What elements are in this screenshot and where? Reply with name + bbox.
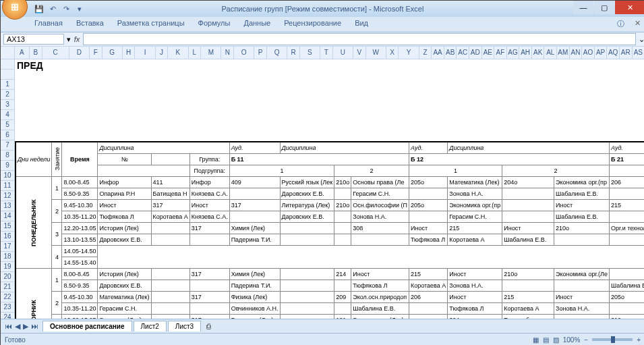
maximize-button[interactable]: ▢: [594, 1, 614, 14]
spreadsheet-grid[interactable]: ПРЕДУТВЕРЖДАЮДиректор Вятский Государств…: [15, 59, 644, 319]
tab-first-icon[interactable]: ⏮: [5, 322, 12, 331]
fx-icon[interactable]: fx: [71, 35, 83, 43]
title-bar: ⊞ 💾 ↶ ↷ ▾ Расписание групп [Режим совмес…: [1, 1, 644, 17]
formula-input[interactable]: [83, 33, 636, 45]
zoom-in-icon[interactable]: +: [637, 336, 641, 344]
zoom-out-icon[interactable]: −: [584, 336, 588, 344]
zoom-slider[interactable]: [592, 338, 633, 341]
formula-bar: ▾ fx ⌄: [1, 32, 644, 47]
tab-home[interactable]: Главная: [28, 17, 69, 32]
window-title: Расписание групп [Режим совместимости] -…: [1, 5, 644, 13]
view-layout-icon[interactable]: ▤: [543, 336, 549, 344]
tab-next-icon[interactable]: ▶: [23, 322, 28, 331]
view-normal-icon[interactable]: ▦: [533, 336, 539, 344]
tab-formulas[interactable]: Формулы: [192, 17, 237, 32]
close-button[interactable]: ✕: [615, 1, 644, 14]
new-sheet-icon[interactable]: ⎙: [202, 322, 215, 330]
minimize-button[interactable]: —: [573, 1, 593, 14]
mdi-close-icon[interactable]: ✕: [635, 19, 641, 28]
ribbon-tabs: Главная Вставка Разметка страницы Формул…: [1, 17, 644, 32]
name-box[interactable]: [3, 34, 64, 45]
tab-last-icon[interactable]: ⏭: [31, 322, 38, 331]
status-text: Готово: [5, 336, 26, 344]
zoom-level[interactable]: 100%: [563, 336, 581, 344]
sheet-tab-main[interactable]: Основное расписание: [42, 321, 132, 331]
help-icon[interactable]: ⓘ: [617, 19, 624, 29]
sheet-tab-bar: ⏮ ◀ ▶ ⏭ Основное расписание Лист2 Лист3 …: [1, 319, 644, 333]
tab-pagelayout[interactable]: Разметка страницы: [111, 17, 192, 32]
row-headers[interactable]: 1234567891011121314151617181920212223242…: [1, 59, 15, 319]
expand-formula-icon[interactable]: ⌄: [639, 35, 644, 44]
tab-insert[interactable]: Вставка: [69, 17, 111, 32]
tab-data[interactable]: Данные: [237, 17, 277, 32]
sheet-tab-3[interactable]: Лист3: [168, 321, 201, 331]
tab-view[interactable]: Вид: [348, 17, 375, 32]
tab-prev-icon[interactable]: ◀: [15, 322, 20, 331]
sheet-tab-2[interactable]: Лист2: [134, 321, 167, 331]
tab-review[interactable]: Рецензирование: [277, 17, 348, 32]
view-break-icon[interactable]: ▨: [553, 336, 559, 344]
column-headers[interactable]: ABC DFGH IJKL MNOP QRST UVWX YZAAAB ACAD…: [1, 47, 644, 59]
